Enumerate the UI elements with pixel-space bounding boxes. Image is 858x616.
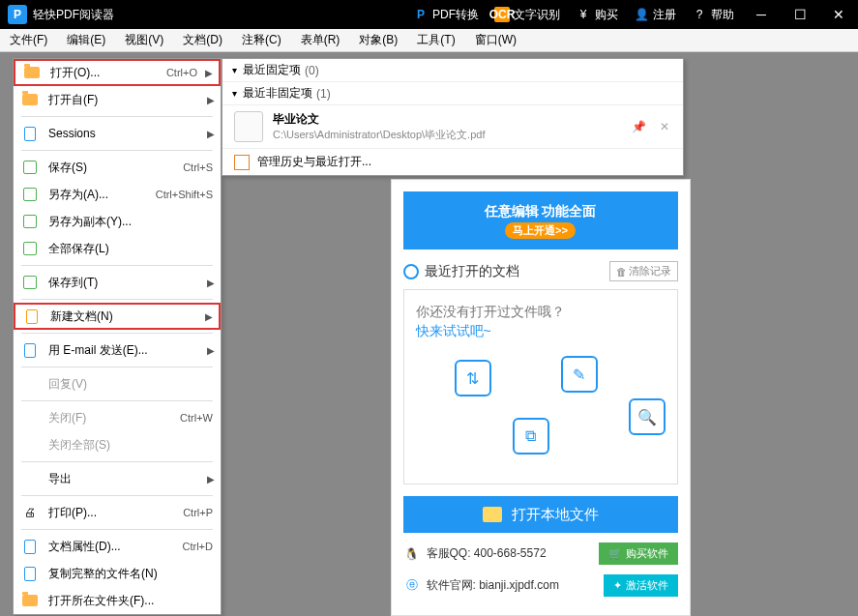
ocr-button[interactable]: OCR 文字识别 [487,0,568,29]
menu-file[interactable]: 文件(F) [0,29,57,51]
menu-save-as-label: 另存为(A)... [48,187,156,203]
chevron-right-icon: ▶ [207,474,215,484]
menu-object[interactable]: 对象(B) [349,29,407,51]
menu-print-label: 打印(P)... [48,505,183,521]
folder-location-icon [21,592,39,609]
chevron-right-icon: ▶ [207,345,215,356]
ocr-label: 文字识别 [514,7,560,23]
close-window-button[interactable]: ✕ [819,0,858,29]
pdf-convert-label: PDF转换 [432,7,479,23]
question-icon: ? [692,7,707,22]
menu-save-all[interactable]: 全部保存(L) [14,235,221,262]
register-label: 注册 [653,7,676,23]
menu-save-copy[interactable]: 另存为副本(Y)... [14,208,221,235]
menu-export[interactable]: 导出 ▶ [14,465,221,492]
menu-open-from-label: 打开自(F) [48,92,207,108]
menu-new-doc[interactable]: 新建文档(N) ▶ [14,303,221,330]
trash-icon: 🗑 [616,266,627,278]
yen-icon: ¥ [576,7,591,22]
menu-open-shortcut: Ctrl+O [166,67,197,78]
ie-icon: ⓔ [403,577,421,594]
unpinned-section-header[interactable]: ▾ 最近非固定项 (1) [222,82,683,105]
sessions-icon [21,125,39,142]
pdf-convert-button[interactable]: P PDF转换 [405,0,487,29]
open-local-file-button[interactable]: 打开本地文件 [403,496,678,533]
menu-save-shortcut: Ctrl+S [183,161,213,173]
separator [21,529,213,530]
register-button[interactable]: 👤 注册 [626,0,684,29]
menu-view[interactable]: 视图(V) [115,29,173,51]
menu-copy-full-name[interactable]: 复制完整的文件名(N) [14,560,221,587]
minimize-button[interactable]: ─ [742,0,781,29]
empty-text-1: 你还没有打开过文件哦？ [416,304,666,321]
history-icon [234,155,250,170]
menu-open-in-folder[interactable]: 打开所在文件夹(F)... [14,587,221,614]
illustration: ⇅ ✎ ⧉ 🔍 [416,350,666,466]
remove-recent-icon[interactable]: ✕ [660,120,669,133]
menu-sessions[interactable]: Sessions ▶ [14,120,221,147]
activate-software-button[interactable]: ✦ 激活软件 [604,574,678,597]
separator [21,461,213,462]
menu-save-as[interactable]: 另存为(A)... Ctrl+Shift+S [14,181,221,208]
maximize-button[interactable]: ☐ [781,0,819,29]
menu-doc[interactable]: 文档(D) [173,29,232,51]
menu-window[interactable]: 窗口(W) [465,29,526,51]
folder-icon [21,91,39,108]
folder-open-icon [23,64,41,81]
menu-save-to[interactable]: 保存到(T) ▶ [14,269,221,296]
buy-software-label: 购买软件 [626,546,668,561]
open-local-label: 打开本地文件 [512,506,599,524]
separator [21,495,213,496]
user-icon: 👤 [634,7,649,22]
welcome-card: 任意编辑 功能全面 马上开通>> 最近打开的文档 🗑 清除记录 你还没有打开过文… [391,179,691,616]
empty-text-2: 快来试试吧~ [416,323,666,340]
menu-close-all[interactable]: 关闭全部(S) [14,431,221,458]
penguin-icon: 🐧 [403,547,421,561]
pin-icon[interactable]: 📌 [632,120,646,133]
pinned-section-header[interactable]: ▾ 最近固定项 (0) [222,59,683,82]
recent-empty-box: 你还没有打开过文件哦？ 快来试试吧~ ⇅ ✎ ⧉ 🔍 [403,289,678,484]
menu-print[interactable]: 🖨 打印(P)... Ctrl+P [14,499,221,526]
save-all-icon [21,240,39,257]
menu-save[interactable]: 保存(S) Ctrl+S [14,154,221,181]
separator [21,367,213,367]
clear-records-button[interactable]: 🗑 清除记录 [609,261,678,281]
chevron-right-icon: ▶ [207,95,215,105]
menu-open-from[interactable]: 打开自(F) ▶ [14,86,221,113]
buy-button[interactable]: ¥ 购买 [568,0,626,29]
titlebar: P 轻快PDF阅读器 P PDF转换 OCR 文字识别 ¥ 购买 👤 注册 ? … [0,0,858,29]
new-doc-icon [23,308,41,325]
help-button[interactable]: ? 帮助 [684,0,742,29]
menu-email-label: 用 E-mail 发送(E)... [48,342,207,359]
save-as-icon [21,186,39,203]
wand-icon: ✦ [613,579,622,592]
file-menu-dropdown: 打开(O)... Ctrl+O ▶ 打开自(F) ▶ Sessions ▶ 保存… [13,58,222,615]
menu-revert[interactable]: 回复(V) [14,370,221,397]
menu-edit[interactable]: 编辑(E) [57,29,115,51]
triangle-down-icon: ▾ [232,88,237,99]
pinned-count: (0) [305,64,319,77]
menu-email[interactable]: 用 E-mail 发送(E)... ▶ [14,337,221,364]
menubar: 文件(F) 编辑(E) 视图(V) 文档(D) 注释(C) 表单(R) 对象(B… [0,29,858,52]
menu-doc-props[interactable]: 文档属性(D)... Ctrl+D [14,533,221,560]
banner-cta: 马上开通>> [505,222,576,239]
menu-tool[interactable]: 工具(T) [407,29,464,51]
doc-props-icon [21,538,39,555]
vip-banner[interactable]: 任意编辑 功能全面 马上开通>> [403,191,678,249]
pencil-icon: ✎ [561,356,598,393]
menu-close[interactable]: 关闭(F) Ctrl+W [14,404,221,431]
site-row: ⓔ 软件官网: bianji.xjpdf.com ✦ 激活软件 [403,574,678,597]
clear-label: 清除记录 [629,264,671,279]
chevron-right-icon: ▶ [205,68,213,78]
menu-print-shortcut: Ctrl+P [183,507,213,518]
menu-save-copy-label: 另存为副本(Y)... [48,214,221,230]
menu-form[interactable]: 表单(R) [291,29,350,51]
menu-open[interactable]: 打开(O)... Ctrl+O ▶ [14,59,221,86]
folder-icon [483,507,502,522]
buy-software-button[interactable]: 🛒 购买软件 [599,543,678,565]
menu-save-label: 保存(S) [48,160,183,176]
menu-annotate[interactable]: 注释(C) [232,29,291,51]
separator [21,116,213,117]
manage-history-item[interactable]: 管理历史与最近打开... [222,148,683,175]
recent-file-item[interactable]: 毕业论文 C:\Users\Administrator\Desktop\毕业论文… [222,105,683,148]
